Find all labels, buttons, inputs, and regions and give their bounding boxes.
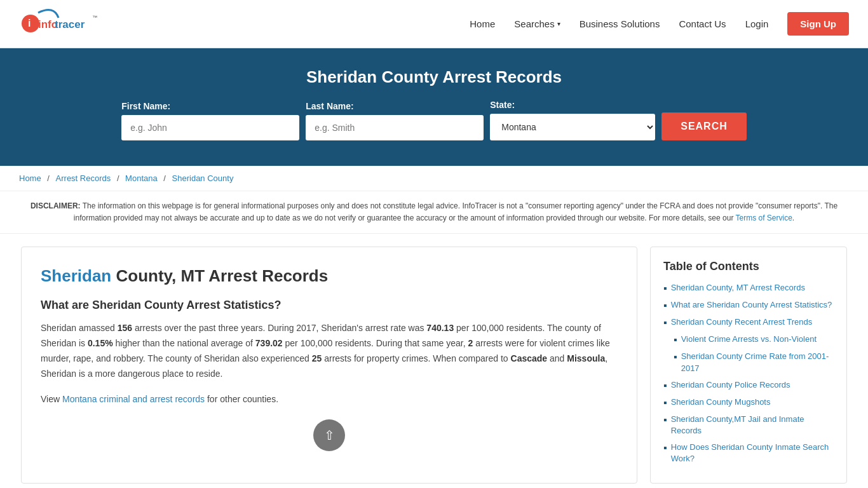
search-button[interactable]: SEARCH — [661, 112, 747, 140]
svg-text:tracer: tracer — [55, 18, 85, 30]
state-label: State: — [490, 100, 655, 110]
toc-link[interactable]: Sheridan County Mugshots — [671, 396, 771, 408]
nav-contact[interactable]: Contact Us — [679, 18, 726, 29]
toc-bullet: ▪ — [663, 380, 667, 391]
stat-arrests: 156 — [118, 323, 132, 333]
toc-bullet: ▪ — [663, 397, 667, 409]
toc-item: ▪Sheridan County, MT Arrest Records — [663, 282, 834, 294]
first-name-input[interactable] — [121, 115, 299, 140]
main-article: Sheridan County, MT Arrest Records What … — [21, 247, 637, 483]
nav-signup[interactable]: Sign Up — [787, 12, 849, 36]
breadcrumb: Home / Arrest Records / Montana / Sherid… — [0, 166, 868, 191]
nav-searches[interactable]: Searches ▾ — [514, 18, 560, 29]
toc-link[interactable]: Sheridan County Crime Rate from 2001-201… — [681, 351, 834, 374]
stat-national-avg: 739.02 — [255, 338, 283, 348]
toc-item: ▪Sheridan County,MT Jail and Inmate Reco… — [663, 414, 834, 437]
disclaimer: DISCLAIMER: The information on this webp… — [0, 191, 868, 234]
toc-link[interactable]: Sheridan County Recent Arrest Trends — [671, 316, 813, 328]
city2: Missoula — [567, 353, 605, 363]
article-title-rest: County, MT Arrest Records — [111, 266, 328, 285]
disclaimer-end: . — [792, 214, 794, 222]
toc-bullet: ▪ — [663, 414, 667, 426]
stat-rate: 740.13 — [426, 323, 454, 333]
svg-text:i: i — [28, 18, 31, 29]
stats-heading: What are Sheridan County Arrest Statisti… — [41, 299, 618, 312]
logo[interactable]: i info tracer ™ — [19, 6, 102, 41]
article-title-highlight: Sheridan — [41, 266, 111, 285]
main-nav: Home Searches ▾ Business Solutions Conta… — [470, 12, 849, 36]
nav-business[interactable]: Business Solutions — [580, 18, 660, 29]
montana-records-link[interactable]: Montana criminal and arrest records — [62, 394, 205, 404]
breadcrumb-montana[interactable]: Montana — [125, 173, 158, 183]
sidebar-toc: Table of Contents ▪Sheridan County, MT A… — [650, 247, 847, 483]
disclaimer-tos-link[interactable]: Terms of Service — [736, 214, 792, 222]
toc-bullet: ▪ — [663, 317, 667, 329]
toc-item: ▪Violent Crime Arrests vs. Non-Violent — [674, 334, 834, 346]
hero-section: Sheridan County Arrest Records First Nam… — [0, 48, 868, 166]
toc-bullet: ▪ — [663, 283, 667, 294]
toc-link[interactable]: How Does Sheridan County Inmate Search W… — [671, 442, 834, 464]
toc-link[interactable]: Sheridan County Police Records — [671, 379, 790, 391]
toc-item: ▪How Does Sheridan County Inmate Search … — [663, 442, 834, 464]
header: i info tracer ™ Home Searches ▾ Business… — [0, 0, 868, 48]
nav-login[interactable]: Login — [745, 18, 769, 29]
disclaimer-label: DISCLAIMER: — [31, 201, 81, 210]
stat-higher: 0.15% — [88, 338, 113, 348]
toc-bullet: ▪ — [674, 334, 677, 346]
toc-item: ▪What are Sheridan County Arrest Statist… — [663, 299, 834, 311]
stat-property: 25 — [312, 353, 322, 363]
toc-bullet: ▪ — [663, 442, 667, 454]
toc-item: ▪Sheridan County Recent Arrest Trends — [663, 316, 834, 329]
toc-bullet: ▪ — [663, 300, 667, 311]
search-form: First Name: Last Name: State: AlabamaAla… — [85, 100, 783, 140]
hero-title: Sheridan County Arrest Records — [13, 67, 855, 87]
toc-link[interactable]: What are Sheridan County Arrest Statisti… — [671, 299, 832, 311]
city1: Cascade — [511, 353, 548, 363]
state-select[interactable]: AlabamaAlaskaArizonaArkansasCaliforniaCo… — [490, 114, 655, 140]
last-name-group: Last Name: — [306, 101, 484, 140]
svg-text:™: ™ — [92, 15, 97, 20]
toc-list: ▪Sheridan County, MT Arrest Records▪What… — [663, 282, 834, 464]
disclaimer-text: The information on this webpage is for g… — [74, 201, 837, 222]
article-bottom: ⇧ — [41, 413, 618, 451]
toc-link[interactable]: Sheridan County, MT Arrest Records — [671, 282, 805, 294]
article-body: Sheridan amassed 156 arrests over the pa… — [41, 321, 618, 381]
last-name-input[interactable] — [306, 115, 484, 140]
first-name-group: First Name: — [121, 101, 299, 140]
breadcrumb-sheridan[interactable]: Sheridan County — [172, 173, 234, 183]
breadcrumb-arrest-records[interactable]: Arrest Records — [56, 173, 111, 183]
toc-link[interactable]: Sheridan County,MT Jail and Inmate Recor… — [671, 414, 834, 437]
first-name-label: First Name: — [121, 101, 299, 111]
searches-dropdown-arrow: ▾ — [557, 20, 560, 27]
state-group: State: AlabamaAlaskaArizonaArkansasCalif… — [490, 100, 655, 140]
toc-item: ▪Sheridan County Police Records — [663, 379, 834, 391]
toc-item: ▪Sheridan County Crime Rate from 2001-20… — [674, 351, 834, 374]
content-wrapper: Sheridan County, MT Arrest Records What … — [8, 247, 860, 483]
toc-title: Table of Contents — [663, 260, 834, 273]
view-records-para: View Montana criminal and arrest records… — [41, 392, 618, 407]
toc-link[interactable]: Violent Crime Arrests vs. Non-Violent — [681, 334, 817, 345]
scroll-top-button[interactable]: ⇧ — [313, 419, 345, 451]
nav-home[interactable]: Home — [470, 18, 495, 29]
toc-item: ▪Sheridan County Mugshots — [663, 396, 834, 409]
toc-bullet: ▪ — [674, 351, 677, 363]
last-name-label: Last Name: — [306, 101, 484, 111]
breadcrumb-home[interactable]: Home — [19, 173, 41, 183]
article-title: Sheridan County, MT Arrest Records — [41, 266, 618, 286]
